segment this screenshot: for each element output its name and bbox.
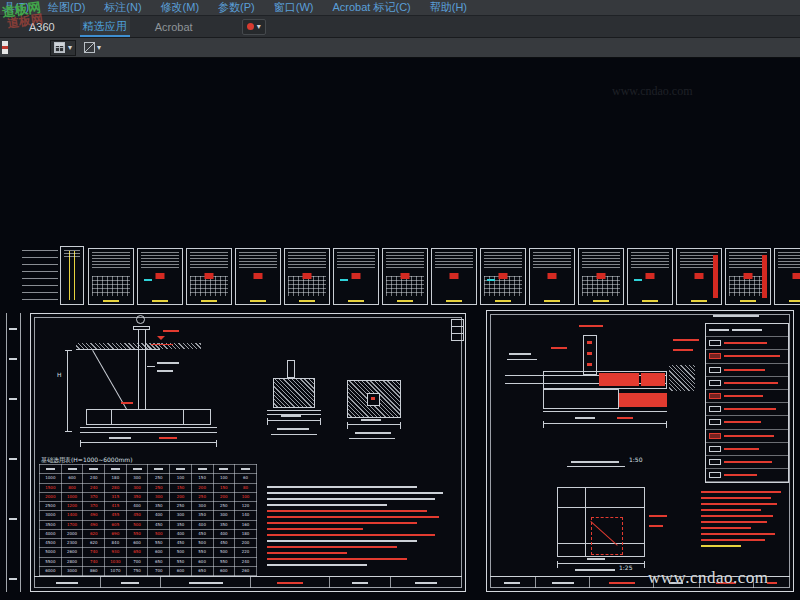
ground-line xyxy=(76,349,160,350)
sheet-thumbnail[interactable] xyxy=(774,248,800,305)
sheet-thumbnail[interactable] xyxy=(137,248,183,305)
menu-item[interactable]: 绘图(D) xyxy=(48,0,85,15)
sheet-thumbnail[interactable] xyxy=(235,248,281,305)
red-dot-icon xyxy=(247,23,254,30)
rebar-legend-table xyxy=(705,323,789,483)
drawing-legend-text xyxy=(22,250,58,302)
drawing-sheet-right[interactable]: 1:50 1:25 xyxy=(486,310,794,592)
sheet-thumbnail[interactable] xyxy=(382,248,428,305)
menu-item[interactable]: Acrobat 标记(C) xyxy=(333,0,411,15)
legend-row xyxy=(706,416,788,429)
legend-row xyxy=(706,390,788,403)
note-line xyxy=(267,546,397,548)
thumb-graphic xyxy=(597,273,606,279)
ribbon-tab[interactable]: 精选应用 xyxy=(80,16,130,37)
sheet-thumbnail[interactable] xyxy=(60,246,84,305)
edge-mark xyxy=(9,328,17,330)
thumb-graphic xyxy=(250,300,266,302)
sheet-thumbnail[interactable] xyxy=(578,248,624,305)
model-space-canvas[interactable]: H 基础选用表(H=1000~6000mm) 10006002401803 xyxy=(0,58,800,600)
sheet-thumbnail[interactable] xyxy=(529,248,575,305)
menu-item[interactable]: 修改(M) xyxy=(161,0,200,15)
thumb-graphic xyxy=(340,279,348,281)
menu-item[interactable]: 窗口(W) xyxy=(274,0,314,15)
thumb-graphic xyxy=(386,252,424,268)
thumb-graphic xyxy=(744,273,753,279)
grid-icon xyxy=(54,42,65,53)
thumb-graphic xyxy=(254,273,263,279)
menu-item[interactable]: 标注(N) xyxy=(104,0,141,15)
drawing-sheet-left[interactable]: H 基础选用表(H=1000~6000mm) 10006002401803 xyxy=(30,313,466,592)
dimension-text xyxy=(361,419,381,421)
thumb-graphic xyxy=(793,273,800,279)
sheet-stamp xyxy=(451,319,464,341)
thumb-graphic xyxy=(69,251,70,300)
thumb-graphic xyxy=(762,255,767,298)
legend-row xyxy=(706,403,788,416)
ribbon-tab[interactable]: A360 xyxy=(26,16,58,37)
thumb-graphic xyxy=(593,300,609,302)
menubar-items: 具(T)绘图(D)标注(N)修改(M)参数(P)窗口(W)Acrobat 标记(… xyxy=(4,0,486,15)
footing-step xyxy=(111,409,112,425)
scale-label: 1:25 xyxy=(619,565,632,572)
plan-line xyxy=(557,507,645,508)
ribbon-extra-button[interactable]: ▾ xyxy=(242,19,266,35)
section-symbol-icon xyxy=(709,353,721,359)
sheet-thumbnail[interactable] xyxy=(88,248,134,305)
dimension-line xyxy=(267,420,321,421)
thumb-graphic xyxy=(548,273,557,279)
note-line xyxy=(267,498,435,500)
thumb-graphic xyxy=(74,251,75,300)
dimension-line xyxy=(347,424,401,425)
ribbon-tabs: A360精选应用Acrobat xyxy=(26,16,218,37)
sheet-thumbnail[interactable] xyxy=(186,248,232,305)
sheet-thumbnail[interactable] xyxy=(431,248,477,305)
sheet-thumbnail[interactable] xyxy=(333,248,379,305)
legend-row xyxy=(706,350,788,363)
pad-hatched xyxy=(273,378,315,408)
thumb-graphic xyxy=(435,252,473,268)
thumb-graphic xyxy=(64,250,80,258)
sheet-thumbnail[interactable] xyxy=(627,248,673,305)
red-leader-text xyxy=(673,349,693,351)
section-symbol-icon xyxy=(709,446,721,452)
section-symbol-icon xyxy=(709,393,721,399)
menu-item[interactable]: 帮助(H) xyxy=(430,0,467,15)
caption-underline xyxy=(349,438,395,439)
red-tick xyxy=(587,363,592,366)
red-leader-text xyxy=(551,347,567,349)
dimension-text-red xyxy=(159,437,177,439)
thumb-graphic xyxy=(484,252,522,268)
sheet-thumbnail[interactable] xyxy=(725,248,771,305)
thumb-graphic xyxy=(691,300,707,302)
note-line xyxy=(701,527,751,529)
thumb-graphic xyxy=(544,300,560,302)
note-line xyxy=(267,528,363,530)
thumb-graphic xyxy=(205,273,214,279)
legend-row xyxy=(706,443,788,456)
note-line xyxy=(701,503,777,505)
toolbar-icon-button[interactable]: ▾ xyxy=(84,42,101,53)
title-block xyxy=(34,576,462,588)
dimension-text xyxy=(109,437,131,439)
sheet-thumbnail[interactable] xyxy=(284,248,330,305)
legend-row xyxy=(706,430,788,443)
thumb-graphic xyxy=(499,273,508,279)
menu-item[interactable]: 具(T) xyxy=(4,0,29,15)
sheet-thumbnail[interactable] xyxy=(676,248,722,305)
ground-hatch xyxy=(669,365,695,391)
ribbon-tab[interactable]: Acrobat xyxy=(152,16,196,37)
toolbar-split-button[interactable]: ▾ xyxy=(50,40,76,56)
wall-lines xyxy=(138,330,146,410)
sheet-thumbnail[interactable] xyxy=(480,248,526,305)
titleblock-cell xyxy=(160,577,250,588)
detail-caption xyxy=(575,569,615,571)
menu-item[interactable]: 参数(P) xyxy=(218,0,255,15)
thumb-graphic xyxy=(789,300,800,302)
thumb-graphic xyxy=(92,276,130,296)
plan-line xyxy=(585,487,586,557)
chevron-down-icon: ▾ xyxy=(97,44,101,52)
thumb-graphic xyxy=(533,252,571,268)
note-line xyxy=(267,564,367,566)
square-icon xyxy=(84,42,95,53)
